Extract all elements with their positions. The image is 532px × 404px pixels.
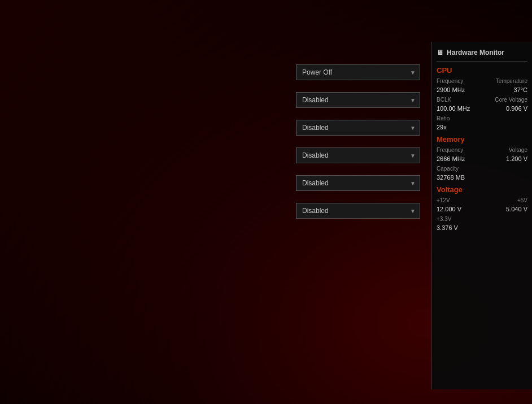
voltage-section-title: Voltage	[437, 185, 527, 194]
cpu-temperature-value: 37°C	[513, 86, 527, 93]
cpu-frequency-value-row: 2900 MHz 37°C	[437, 86, 527, 93]
bclk-value: 100.00 MHz	[437, 105, 470, 112]
v33-value-row: 3.376 V	[437, 224, 527, 231]
mem-capacity-label-row: Capacity	[437, 166, 527, 172]
v12-value: 12.000 V	[437, 206, 461, 212]
v12-value-row: 12.000 V 5.040 V	[437, 206, 527, 212]
mem-freq-label-row: Frequency Voltage	[437, 147, 527, 153]
hw-monitor-title-text: Hardware Monitor	[447, 49, 504, 57]
v5-label: +5V	[517, 197, 527, 203]
v12-label-row: +12V +5V	[437, 197, 527, 203]
erp-ready-select-wrapper: Disabled Enabled Enable(S4+S5) Enable(S5…	[296, 147, 420, 163]
cpu-frequency-row: Frequency Temperature	[437, 78, 527, 84]
cpu-frequency-label: Frequency	[437, 78, 463, 84]
cpu-temperature-label: Temperature	[496, 78, 527, 84]
mem-frequency-label: Frequency	[437, 147, 463, 153]
cpu-frequency-value: 2900 MHz	[437, 86, 465, 93]
ratio-label: Ratio	[437, 115, 450, 121]
energy-star-select-wrapper: Disabled Enabled	[296, 120, 420, 136]
cec-ready-select-wrapper: Disabled Enabled	[296, 92, 420, 108]
mem-voltage-label: Voltage	[509, 147, 527, 153]
bclk-label: BCLK	[437, 97, 451, 103]
hardware-monitor-panel: 🖥 Hardware Monitor CPU Frequency Tempera…	[431, 42, 532, 388]
cpu-bclk-value-row: 100.00 MHz 0.906 V	[437, 105, 527, 112]
v33-label-row: +3.3V	[437, 216, 527, 222]
mem-capacity-value: 32768 MB	[437, 174, 465, 181]
v33-value: 3.376 V	[437, 224, 458, 231]
mem-freq-value-row: 2666 MHz 1.200 V	[437, 155, 527, 162]
v33-label: +3.3V	[437, 216, 451, 222]
v12-label: +12V	[437, 197, 450, 203]
core-voltage-label: Core Voltage	[495, 97, 527, 103]
mem-frequency-value: 2666 MHz	[437, 155, 465, 162]
erp-ready-select[interactable]: Disabled Enabled Enable(S4+S5) Enable(S5…	[296, 147, 420, 163]
mem-capacity-label: Capacity	[437, 166, 459, 172]
power-on-pcie-select[interactable]: Disabled Enabled	[296, 175, 420, 191]
cpu-bclk-label-row: BCLK Core Voltage	[437, 97, 527, 103]
memory-section-title: Memory	[437, 135, 527, 144]
ratio-value: 29x	[437, 124, 447, 131]
mem-voltage-value: 1.200 V	[506, 155, 527, 162]
mem-capacity-value-row: 32768 MB	[437, 174, 527, 181]
power-on-rtc-select[interactable]: Disabled Enabled	[296, 203, 420, 219]
cec-ready-select[interactable]: Disabled Enabled	[296, 92, 420, 108]
restore-ac-select[interactable]: Power Off Power On Last State	[296, 64, 420, 80]
power-on-pcie-select-wrapper: Disabled Enabled	[296, 175, 420, 191]
cpu-ratio-value-row: 29x	[437, 124, 527, 131]
energy-star-select[interactable]: Disabled Enabled	[296, 120, 420, 136]
cpu-ratio-label-row: Ratio	[437, 115, 527, 121]
hw-monitor-title: 🖥 Hardware Monitor	[437, 46, 527, 62]
power-on-rtc-select-wrapper: Disabled Enabled	[296, 203, 420, 219]
restore-ac-select-wrapper: Power Off Power On Last State	[296, 64, 420, 80]
cpu-section-title: CPU	[437, 66, 527, 75]
monitor-icon: 🖥	[437, 49, 443, 57]
core-voltage-value: 0.906 V	[506, 105, 527, 112]
v5-value: 5.040 V	[506, 206, 527, 212]
